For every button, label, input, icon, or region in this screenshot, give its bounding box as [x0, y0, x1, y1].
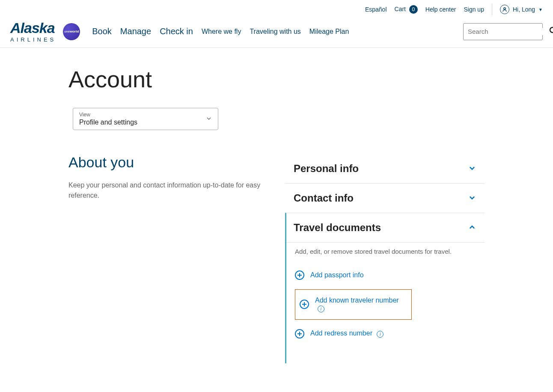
accordion-title: Contact info — [294, 192, 354, 204]
accordion-personal-info: Personal info — [285, 154, 485, 183]
add-redress-label: Add redress number — [310, 330, 372, 337]
search-icon[interactable] — [549, 27, 553, 37]
espanol-link[interactable]: Español — [365, 6, 387, 13]
nav-book[interactable]: Book — [92, 27, 112, 36]
chevron-up-icon — [468, 223, 476, 232]
logo-group[interactable]: Alaska AIRLINES oneworld — [10, 21, 80, 42]
chevron-down-icon — [468, 194, 476, 203]
add-known-traveler-link[interactable]: Add known traveler number i — [295, 289, 412, 320]
accordion-title: Travel documents — [294, 222, 381, 234]
info-icon[interactable]: i — [377, 331, 384, 338]
add-passport-link[interactable]: Add passport info — [295, 266, 476, 284]
view-label: View — [79, 112, 137, 118]
view-select[interactable]: View Profile and settings — [73, 108, 218, 130]
header: Español Cart 0 Help center Sign up Hi, L… — [0, 0, 553, 48]
logo-main: Alaska — [10, 21, 56, 35]
nav-links: Book Manage Check in Where we fly Travel… — [92, 27, 349, 36]
cart-link[interactable]: Cart 0 — [395, 5, 418, 14]
sign-up-link[interactable]: Sign up — [464, 6, 484, 13]
nav-traveling[interactable]: Traveling with us — [250, 28, 300, 36]
plus-icon — [295, 329, 304, 339]
add-known-label: Add known traveler number — [315, 297, 399, 304]
cart-count-badge: 0 — [409, 5, 418, 14]
divider — [492, 3, 492, 15]
help-center-link[interactable]: Help center — [425, 6, 456, 13]
svg-point-1 — [550, 27, 553, 33]
add-redress-link[interactable]: Add redress number i — [295, 325, 476, 343]
plus-icon — [300, 300, 309, 309]
plus-icon — [295, 270, 304, 280]
view-value: Profile and settings — [79, 119, 137, 126]
logo-sub: AIRLINES — [10, 37, 56, 42]
svg-point-0 — [504, 8, 505, 9]
nav-checkin[interactable]: Check in — [160, 27, 193, 36]
chevron-down-icon: ▼ — [538, 7, 543, 12]
top-links: Español Cart 0 Help center Sign up Hi, L… — [10, 3, 543, 15]
nav-manage[interactable]: Manage — [120, 27, 151, 36]
alaska-logo: Alaska AIRLINES — [10, 21, 56, 42]
travel-desc: Add, edit, or remove stored travel docum… — [295, 248, 476, 255]
info-icon[interactable]: i — [318, 306, 324, 312]
search-box[interactable] — [463, 23, 543, 40]
search-input[interactable] — [468, 28, 549, 35]
left-column: About you Keep your personal and contact… — [68, 154, 268, 363]
user-icon — [500, 5, 509, 14]
accordion-body-travel: Add, edit, or remove stored travel docum… — [286, 242, 485, 363]
accordion-contact-info: Contact info — [285, 183, 485, 213]
chevron-down-icon — [468, 164, 476, 173]
main-nav: Alaska AIRLINES oneworld Book Manage Che… — [10, 21, 543, 42]
two-column-layout: About you Keep your personal and contact… — [68, 154, 485, 363]
chevron-down-icon — [206, 116, 212, 123]
nav-where-we-fly[interactable]: Where we fly — [202, 28, 241, 36]
accordion-header-contact[interactable]: Contact info — [285, 184, 485, 213]
oneworld-logo: oneworld — [63, 23, 80, 40]
add-passport-label: Add passport info — [310, 271, 364, 279]
cart-label: Cart — [395, 6, 406, 12]
accordion-header-travel[interactable]: Travel documents — [286, 213, 485, 242]
right-column: Personal info Contact info — [285, 154, 485, 363]
user-greeting: Hi, Long — [513, 6, 535, 13]
accordion-title: Personal info — [294, 163, 359, 175]
nav-mileage[interactable]: Mileage Plan — [309, 28, 349, 36]
accordion-travel-documents: Travel documents Add, edit, or remove st… — [285, 213, 485, 363]
accordion-header-personal[interactable]: Personal info — [285, 154, 485, 183]
about-title: About you — [68, 154, 268, 171]
about-desc: Keep your personal and contact informati… — [68, 180, 268, 201]
content: Account View Profile and settings About … — [58, 48, 495, 381]
user-menu[interactable]: Hi, Long ▼ — [500, 5, 543, 14]
page-title: Account — [68, 66, 485, 92]
